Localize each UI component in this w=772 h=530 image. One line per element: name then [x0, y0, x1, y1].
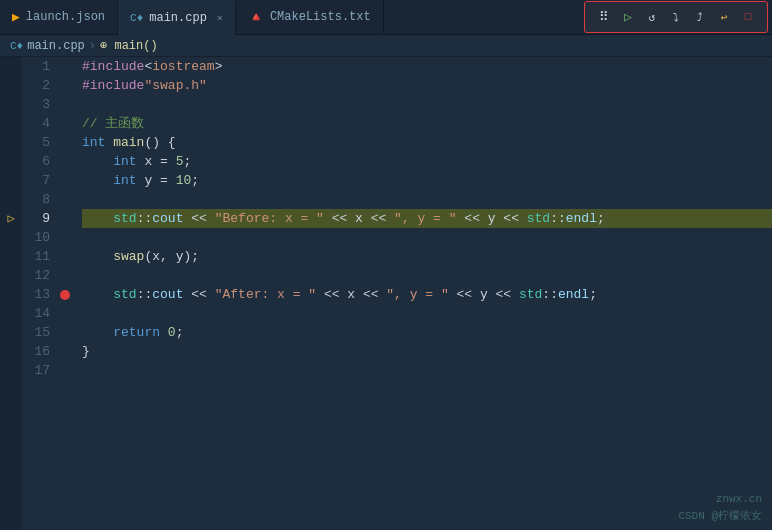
- tab-launch-json[interactable]: ▶ launch.json: [0, 0, 118, 35]
- breadcrumb-separator: ›: [89, 39, 96, 53]
- line-num-14: 14: [22, 304, 50, 323]
- bp-line-1: [60, 57, 74, 76]
- step-over-btn[interactable]: ↺: [641, 6, 663, 28]
- line-numbers: 1 2 3 4 5 6 7 8 9 10 11 12 13 14 15 16 1…: [22, 57, 60, 530]
- io-endl-1: endl: [566, 209, 597, 228]
- code-line-5: int main() {: [82, 133, 772, 152]
- bp-line-5: [60, 133, 74, 152]
- ns-std-1: std: [113, 209, 136, 228]
- run-to-cursor-btn[interactable]: ⠿: [593, 6, 615, 28]
- restart-btn[interactable]: ↩: [713, 6, 735, 28]
- ns-std-2: std: [527, 209, 550, 228]
- line-num-16: 16: [22, 342, 50, 361]
- code-line-8: [82, 190, 772, 209]
- launch-icon: ▶: [12, 9, 20, 25]
- debug-current-line-arrow: ▷: [0, 209, 22, 228]
- line-num-12: 12: [22, 266, 50, 285]
- ns-std-4: std: [519, 285, 542, 304]
- line-num-6: 6: [22, 152, 50, 171]
- bp-line-4: [60, 114, 74, 133]
- tab-bar: ▶ launch.json C♦ main.cpp ✕ 🔺 CMakeLists…: [0, 0, 772, 35]
- bp-line-8: [60, 190, 74, 209]
- code-line-1: #include<iostream>: [82, 57, 772, 76]
- bp-line-6: [60, 152, 74, 171]
- num-0: 0: [168, 323, 176, 342]
- line-num-5: 5: [22, 133, 50, 152]
- io-endl-2: endl: [558, 285, 589, 304]
- kw-int-main: int: [82, 133, 105, 152]
- line-num-13: 13: [22, 285, 50, 304]
- tab-close-button[interactable]: ✕: [217, 12, 223, 24]
- kw-int-y: int: [113, 171, 136, 190]
- tab-main-cpp[interactable]: C♦ main.cpp ✕: [118, 0, 236, 35]
- step-out-btn[interactable]: ⤴: [689, 6, 711, 28]
- breakpoint-dot[interactable]: [60, 290, 70, 300]
- continue-btn[interactable]: ▷: [617, 6, 639, 28]
- line-num-10: 10: [22, 228, 50, 247]
- code-area[interactable]: #include<iostream> #include"swap.h" // 主…: [74, 57, 772, 530]
- code-line-12: [82, 266, 772, 285]
- code-line-17: [82, 361, 772, 380]
- tab-cmake[interactable]: 🔺 CMakeLists.txt: [236, 0, 384, 35]
- bp-line-12: [60, 266, 74, 285]
- code-line-13: std::cout << "After: x = " << x << ", y …: [82, 285, 772, 304]
- str-after: "After: x = ": [215, 285, 316, 304]
- num-5: 5: [176, 152, 184, 171]
- tab-main-label: main.cpp: [149, 11, 207, 25]
- line-num-9: 9: [22, 209, 50, 228]
- bp-line-15: [60, 323, 74, 342]
- line-num-11: 11: [22, 247, 50, 266]
- code-line-4: // 主函数: [82, 114, 772, 133]
- line-num-1: 1: [22, 57, 50, 76]
- preprocessor-1: #include: [82, 57, 144, 76]
- breadcrumb-cpp-icon: C♦: [10, 40, 23, 52]
- breadcrumb-file[interactable]: main.cpp: [27, 39, 85, 53]
- str-comma-y: ", y = ": [394, 209, 456, 228]
- kw-return: return: [113, 323, 160, 342]
- code-line-10: [82, 228, 772, 247]
- code-line-15: return 0;: [82, 323, 772, 342]
- debug-gutter: ▷: [0, 57, 22, 530]
- breadcrumb-symbol[interactable]: ⊕ main(): [100, 38, 158, 53]
- bp-line-17: [60, 361, 74, 380]
- bp-line-3: [60, 95, 74, 114]
- breakpoint-gutter: [60, 57, 74, 530]
- line-num-15: 15: [22, 323, 50, 342]
- ns-std-3: std: [113, 285, 136, 304]
- stop-btn[interactable]: □: [737, 6, 759, 28]
- cpp-icon: C♦: [130, 12, 143, 24]
- io-cout-2: cout: [152, 285, 183, 304]
- watermark: znwx.cn CSDN @柠檬依女: [678, 491, 762, 524]
- code-line-11: swap(x, y);: [82, 247, 772, 266]
- code-line-9: std::cout << "Before: x = " << x << ", y…: [82, 209, 772, 228]
- io-cout-1: cout: [152, 209, 183, 228]
- bp-line-14: [60, 304, 74, 323]
- step-into-btn[interactable]: ⤵: [665, 6, 687, 28]
- breadcrumb: C♦ main.cpp › ⊕ main(): [0, 35, 772, 57]
- bp-line-10: [60, 228, 74, 247]
- cmake-icon: 🔺: [248, 9, 264, 25]
- str-comma-y2: ", y = ": [386, 285, 448, 304]
- code-line-7: int y = 10;: [82, 171, 772, 190]
- bp-line-11: [60, 247, 74, 266]
- code-line-6: int x = 5;: [82, 152, 772, 171]
- bp-line-9: [60, 209, 74, 228]
- code-line-2: #include"swap.h": [82, 76, 772, 95]
- fn-swap: swap: [113, 247, 144, 266]
- bp-line-2: [60, 76, 74, 95]
- code-line-14: [82, 304, 772, 323]
- line-num-17: 17: [22, 361, 50, 380]
- include-name-2: "swap.h": [144, 76, 206, 95]
- bp-line-7: [60, 171, 74, 190]
- line-num-8: 8: [22, 190, 50, 209]
- fn-main: main: [113, 133, 144, 152]
- debug-toolbar: ⠿ ▷ ↺ ⤵ ⤴ ↩ □: [584, 1, 768, 33]
- watermark-line1: znwx.cn: [678, 491, 762, 508]
- tab-launch-label: launch.json: [26, 10, 105, 24]
- watermark-line2: CSDN @柠檬依女: [678, 508, 762, 525]
- preprocessor-2: #include: [82, 76, 144, 95]
- line-num-3: 3: [22, 95, 50, 114]
- include-name-1: iostream: [152, 57, 214, 76]
- bp-line-13[interactable]: [60, 285, 74, 304]
- code-line-3: [82, 95, 772, 114]
